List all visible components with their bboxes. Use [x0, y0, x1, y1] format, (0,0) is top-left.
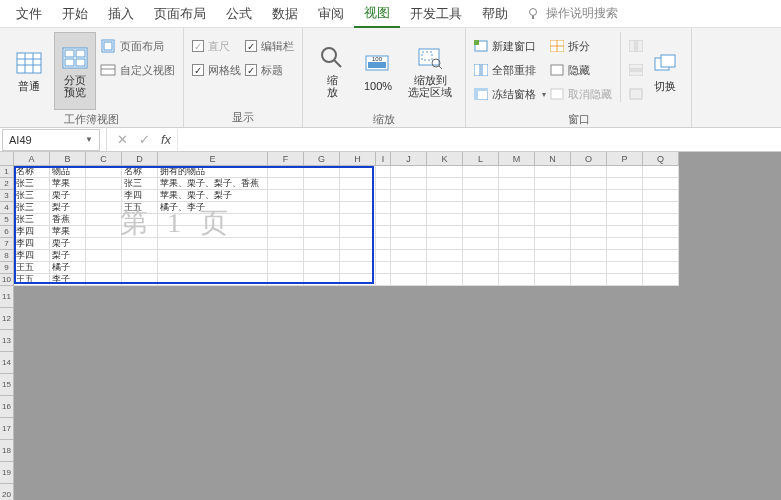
cell[interactable] — [304, 250, 340, 262]
cell[interactable] — [499, 250, 535, 262]
cell[interactable] — [463, 226, 499, 238]
cell[interactable] — [607, 166, 643, 178]
cell[interactable] — [499, 190, 535, 202]
cell[interactable] — [643, 202, 679, 214]
cell[interactable] — [340, 178, 376, 190]
cell[interactable] — [427, 214, 463, 226]
row-header[interactable]: 17 — [0, 418, 14, 440]
cell[interactable] — [535, 250, 571, 262]
cell[interactable] — [607, 262, 643, 274]
view-custom-button[interactable]: 自定义视图 — [100, 60, 175, 80]
cell[interactable] — [535, 166, 571, 178]
cell[interactable] — [391, 262, 427, 274]
row-headers[interactable]: 1234567891011121314151617181920212223242… — [0, 166, 14, 500]
cell[interactable] — [340, 166, 376, 178]
cell[interactable] — [391, 190, 427, 202]
cell[interactable] — [391, 250, 427, 262]
cell[interactable] — [463, 250, 499, 262]
select-all-corner[interactable] — [0, 152, 14, 166]
cell[interactable] — [376, 238, 391, 250]
cell[interactable] — [571, 238, 607, 250]
cell[interactable]: 王五 — [14, 262, 50, 274]
cell[interactable] — [571, 274, 607, 286]
cell[interactable] — [376, 226, 391, 238]
col-header[interactable]: M — [499, 152, 535, 166]
cell[interactable] — [268, 214, 304, 226]
cell[interactable] — [427, 166, 463, 178]
col-header[interactable]: C — [86, 152, 122, 166]
cell[interactable]: 李子 — [50, 274, 86, 286]
cell[interactable] — [268, 190, 304, 202]
cell[interactable]: 香蕉 — [50, 214, 86, 226]
col-header[interactable]: D — [122, 152, 158, 166]
cell[interactable]: 栗子 — [50, 238, 86, 250]
cell[interactable] — [499, 214, 535, 226]
row-header[interactable]: 9 — [0, 262, 14, 274]
cell[interactable] — [463, 202, 499, 214]
cell[interactable]: 橘子 — [50, 262, 86, 274]
column-headers[interactable]: ABCDEFGHIJKLMNOPQ — [14, 152, 679, 166]
cell[interactable] — [268, 226, 304, 238]
cell[interactable] — [268, 262, 304, 274]
cell[interactable] — [463, 262, 499, 274]
checkbox-formulabar[interactable]: 编辑栏 — [245, 36, 294, 56]
cell[interactable] — [304, 274, 340, 286]
cell[interactable]: 梨子 — [50, 250, 86, 262]
cell[interactable] — [535, 202, 571, 214]
col-header[interactable]: P — [607, 152, 643, 166]
cell[interactable] — [122, 238, 158, 250]
cell[interactable]: 张三 — [14, 190, 50, 202]
cell[interactable] — [340, 214, 376, 226]
tell-me-label[interactable]: 操作说明搜索 — [546, 5, 618, 22]
cell[interactable] — [499, 202, 535, 214]
cell[interactable] — [268, 202, 304, 214]
zoom-selection-button[interactable]: 缩放到 选定区域 — [403, 32, 457, 110]
cell[interactable] — [304, 214, 340, 226]
new-window-button[interactable]: 新建窗口 — [474, 36, 546, 56]
cell[interactable]: 李四 — [122, 190, 158, 202]
row-header[interactable]: 14 — [0, 352, 14, 374]
row-header[interactable]: 3 — [0, 190, 14, 202]
cell[interactable] — [391, 274, 427, 286]
cell[interactable] — [304, 166, 340, 178]
tab-data[interactable]: 数据 — [262, 1, 308, 27]
col-header[interactable]: G — [304, 152, 340, 166]
split-button[interactable]: 拆分 — [550, 36, 612, 56]
cell[interactable] — [643, 214, 679, 226]
view-normal-button[interactable]: 普通 — [8, 32, 50, 110]
cell[interactable] — [463, 214, 499, 226]
cell[interactable] — [643, 238, 679, 250]
col-header[interactable]: L — [463, 152, 499, 166]
cell[interactable] — [86, 190, 122, 202]
tab-insert[interactable]: 插入 — [98, 1, 144, 27]
cell[interactable] — [158, 214, 268, 226]
cell[interactable] — [86, 250, 122, 262]
cell[interactable] — [391, 214, 427, 226]
cell[interactable] — [122, 214, 158, 226]
cell[interactable] — [340, 262, 376, 274]
cell[interactable] — [86, 178, 122, 190]
cell[interactable]: 王五 — [122, 202, 158, 214]
cell[interactable] — [643, 250, 679, 262]
cell[interactable] — [376, 190, 391, 202]
cell[interactable] — [463, 178, 499, 190]
formula-input[interactable] — [177, 129, 781, 151]
cell[interactable] — [535, 238, 571, 250]
cell[interactable] — [86, 226, 122, 238]
cell[interactable]: 苹果、栗子、梨子、香蕉 — [158, 178, 268, 190]
cell[interactable] — [607, 274, 643, 286]
cell[interactable] — [535, 214, 571, 226]
checkbox-headings[interactable]: 标题 — [245, 60, 294, 80]
cell[interactable]: 栗子 — [50, 190, 86, 202]
cell[interactable] — [391, 178, 427, 190]
tab-home[interactable]: 开始 — [52, 1, 98, 27]
hide-window-button[interactable]: 隐藏 — [550, 60, 612, 80]
cells-area[interactable]: 名称物品名称拥有的物品张三苹果张三苹果、栗子、梨子、香蕉张三栗子李四苹果、栗子、… — [14, 166, 679, 286]
cell[interactable] — [571, 250, 607, 262]
cell[interactable] — [571, 166, 607, 178]
cell[interactable] — [158, 274, 268, 286]
tab-file[interactable]: 文件 — [6, 1, 52, 27]
cell[interactable] — [158, 226, 268, 238]
tab-formulas[interactable]: 公式 — [216, 1, 262, 27]
cell[interactable] — [427, 274, 463, 286]
